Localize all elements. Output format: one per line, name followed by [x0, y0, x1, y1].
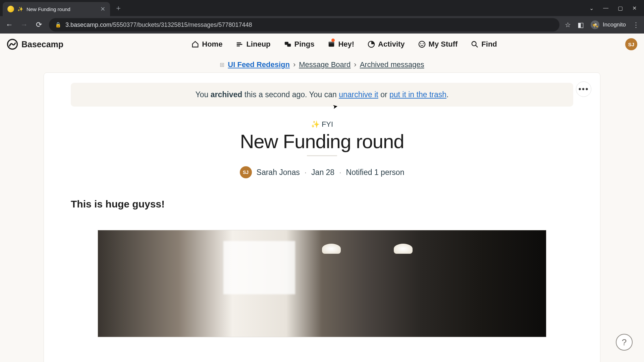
- svg-point-9: [419, 41, 425, 47]
- author-name[interactable]: Sarah Jonas: [257, 168, 300, 177]
- svg-rect-3: [237, 46, 240, 47]
- mystuff-icon: [418, 41, 426, 48]
- title-underline: [307, 155, 337, 156]
- logo[interactable]: Basecamp: [7, 39, 63, 50]
- home-icon: [192, 41, 199, 48]
- svg-point-10: [420, 43, 421, 44]
- reload-button[interactable]: ⟳: [34, 20, 44, 29]
- browser-chrome: ✨ New Funding round ✕ ＋ ⌄ — ▢ ✕ ← → ⟳ 🔒 …: [0, 0, 644, 34]
- breadcrumb-separator: ›: [293, 60, 296, 69]
- message-body: This is huge guyss!: [44, 198, 600, 210]
- browser-tab[interactable]: ✨ New Funding round ✕: [3, 2, 110, 16]
- favicon-icon: [7, 6, 14, 12]
- close-window-button[interactable]: ✕: [632, 5, 637, 11]
- svg-point-12: [472, 42, 476, 46]
- nav-find[interactable]: Find: [471, 40, 497, 49]
- nav-home[interactable]: Home: [192, 40, 222, 49]
- message-card: ••• You archived this a second ago. You …: [44, 72, 600, 362]
- svg-rect-1: [237, 43, 241, 44]
- lamp-decoration: [322, 244, 341, 254]
- more-options-button[interactable]: •••: [576, 81, 591, 97]
- trash-link[interactable]: put it in the trash: [389, 90, 446, 99]
- nav-pings[interactable]: Pings: [284, 40, 315, 49]
- address-bar-right: ☆ ◧ 🕵 Incognito ⋮: [565, 20, 639, 29]
- breadcrumb: ⊞ UI Feed Redesign › Message Board › Arc…: [0, 55, 644, 72]
- back-button[interactable]: ←: [5, 20, 14, 29]
- lineup-icon: [236, 41, 243, 48]
- browser-menu-button[interactable]: ⋮: [633, 21, 639, 29]
- message-notified: Notified 1 person: [346, 168, 405, 177]
- unarchive-link[interactable]: unarchive it: [339, 90, 378, 99]
- help-button[interactable]: ?: [616, 334, 633, 351]
- message-category: ✨FYI: [44, 120, 600, 129]
- user-avatar[interactable]: SJ: [625, 38, 637, 50]
- grid-icon[interactable]: ⊞: [220, 61, 224, 68]
- top-nav: Basecamp Home Lineup Pings Hey! Activity: [0, 34, 644, 55]
- attachment-image: [98, 230, 546, 337]
- nav-items: Home Lineup Pings Hey! Activity My Stuff: [192, 40, 497, 49]
- message-title: New Funding round: [44, 130, 600, 153]
- tab-title: New Funding round: [26, 6, 97, 12]
- nav-lineup[interactable]: Lineup: [236, 40, 270, 49]
- message-attachment[interactable]: [98, 230, 546, 337]
- pings-icon: [284, 41, 291, 48]
- nav-hey[interactable]: Hey!: [328, 40, 354, 49]
- sparkle-icon: ✨: [17, 6, 23, 12]
- incognito-icon: 🕵: [591, 20, 599, 29]
- maximize-button[interactable]: ▢: [618, 5, 623, 11]
- logo-icon: [7, 39, 18, 50]
- hey-icon: [328, 41, 335, 48]
- category-emoji-icon: ✨: [311, 120, 320, 128]
- breadcrumb-project[interactable]: UI Feed Redesign: [228, 60, 290, 69]
- breadcrumb-section[interactable]: Message Board: [299, 60, 351, 69]
- search-icon: [471, 41, 478, 48]
- breadcrumb-separator: ›: [354, 60, 356, 69]
- svg-point-11: [423, 43, 424, 44]
- window-controls: ⌄ — ▢ ✕: [589, 5, 641, 11]
- message-date: Jan 28: [311, 168, 334, 177]
- minimize-button[interactable]: —: [603, 5, 608, 11]
- message-byline: SJ Sarah Jonas · Jan 28 · Notified 1 per…: [44, 166, 600, 178]
- bookmark-button[interactable]: ☆: [565, 21, 571, 29]
- archive-banner: You archived this a second ago. You can …: [71, 83, 573, 107]
- incognito-badge[interactable]: 🕵 Incognito: [591, 20, 626, 29]
- lock-icon: 🔒: [55, 22, 61, 28]
- svg-rect-2: [237, 44, 243, 45]
- url-text: 3.basecamp.com/5550377/buckets/31325815/…: [65, 21, 252, 28]
- activity-icon: [368, 41, 375, 48]
- lamp-decoration: [394, 244, 413, 254]
- nav-activity[interactable]: Activity: [368, 40, 405, 49]
- svg-rect-5: [287, 44, 291, 47]
- new-tab-button[interactable]: ＋: [115, 3, 122, 13]
- tab-close-button[interactable]: ✕: [100, 5, 105, 13]
- page-content: Basecamp Home Lineup Pings Hey! Activity: [0, 34, 644, 362]
- svg-rect-7: [329, 42, 334, 44]
- incognito-label: Incognito: [603, 21, 626, 28]
- breadcrumb-subsection[interactable]: Archived messages: [360, 60, 424, 69]
- svg-line-13: [476, 45, 478, 47]
- url-field[interactable]: 🔒 3.basecamp.com/5550377/buckets/3132581…: [49, 18, 559, 32]
- logo-text: Basecamp: [21, 40, 63, 49]
- tab-bar: ✨ New Funding round ✕ ＋ ⌄ — ▢ ✕: [0, 0, 644, 16]
- extensions-button[interactable]: ◧: [578, 21, 584, 29]
- forward-button[interactable]: →: [19, 20, 29, 29]
- author-avatar[interactable]: SJ: [240, 166, 252, 178]
- tab-search-button[interactable]: ⌄: [589, 5, 594, 11]
- nav-mystuff[interactable]: My Stuff: [418, 40, 458, 49]
- address-bar: ← → ⟳ 🔒 3.basecamp.com/5550377/buckets/3…: [0, 16, 644, 34]
